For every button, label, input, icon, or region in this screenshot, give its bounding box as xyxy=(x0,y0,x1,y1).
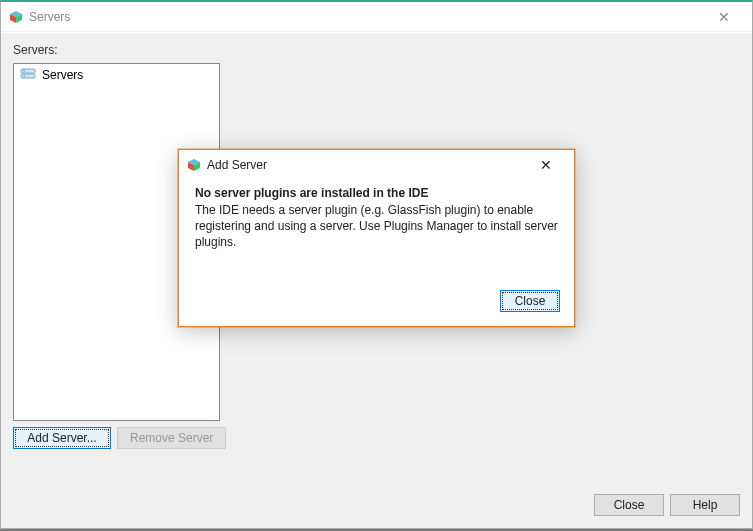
close-icon: ✕ xyxy=(718,9,730,25)
main-help-button[interactable]: Help xyxy=(670,494,740,516)
dialog-footer: Close xyxy=(500,290,560,312)
tree-button-row: Add Server... Remove Server xyxy=(13,427,226,449)
add-server-titlebar[interactable]: Add Server ✕ xyxy=(179,150,574,180)
remove-server-button[interactable]: Remove Server xyxy=(117,427,226,449)
dialog-message: The IDE needs a server plugin (e.g. Glas… xyxy=(195,202,558,251)
servers-titlebar[interactable]: Servers ✕ xyxy=(1,2,752,32)
servers-list-label: Servers: xyxy=(13,43,740,57)
tree-root-item[interactable]: Servers xyxy=(14,64,219,86)
servers-group-icon xyxy=(20,68,36,82)
svg-point-6 xyxy=(23,75,25,77)
app-icon xyxy=(187,158,201,172)
dialog-heading: No server plugins are installed in the I… xyxy=(195,186,558,200)
main-footer-buttons: Close Help xyxy=(594,494,740,516)
svg-rect-4 xyxy=(21,74,35,78)
add-server-dialog: Add Server ✕ No server plugins are insta… xyxy=(178,149,575,327)
tree-root-label: Servers xyxy=(42,68,83,82)
svg-point-5 xyxy=(23,70,25,72)
svg-rect-3 xyxy=(21,69,35,73)
add-server-dialog-title: Add Server xyxy=(207,158,267,172)
add-server-button[interactable]: Add Server... xyxy=(13,427,111,449)
window-close-button[interactable]: ✕ xyxy=(704,3,744,31)
main-close-button[interactable]: Close xyxy=(594,494,664,516)
app-icon xyxy=(9,10,23,24)
close-icon: ✕ xyxy=(540,157,552,173)
dialog-close-button[interactable]: Close xyxy=(500,290,560,312)
add-server-dialog-body: No server plugins are installed in the I… xyxy=(179,180,574,261)
servers-window-title: Servers xyxy=(29,10,70,24)
dialog-close-x-button[interactable]: ✕ xyxy=(526,151,566,179)
